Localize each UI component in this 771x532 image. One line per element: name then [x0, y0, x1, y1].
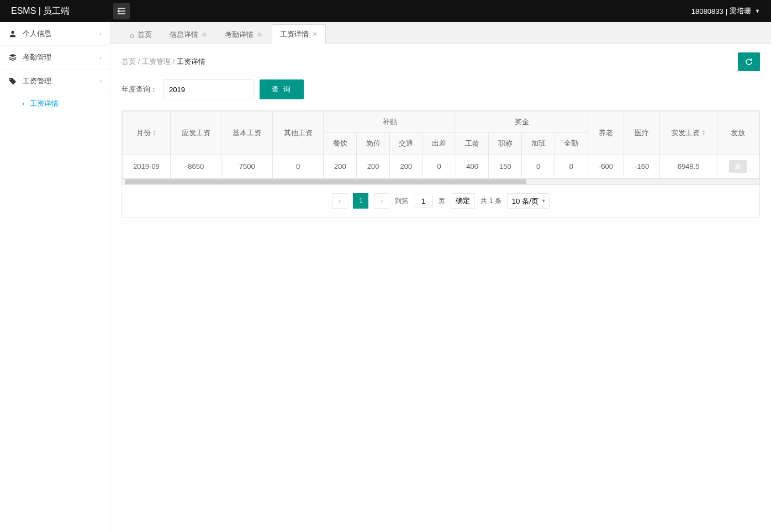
app-logo: ESMS | 员工端 — [11, 6, 70, 17]
goto-page-input[interactable] — [414, 194, 433, 208]
user-name: 梁培珊 — [730, 6, 751, 16]
scrollbar-thumb[interactable] — [125, 179, 526, 184]
goto-confirm-button[interactable]: 确定 — [451, 193, 475, 209]
user-id: 18080833 — [691, 7, 724, 15]
breadcrumb-home[interactable]: 首页 — [122, 57, 136, 66]
sidebar-toggle-button[interactable] — [113, 3, 130, 19]
query-button[interactable]: 查 询 — [260, 79, 304, 99]
close-icon[interactable]: ✕ — [202, 31, 207, 39]
year-input[interactable] — [163, 79, 254, 99]
sidebar: 个人信息 ‹ 考勤管理 ‹ 工资管理 ‹ 工资详情 — [0, 22, 110, 532]
sidebar-label: 个人信息 — [23, 29, 51, 39]
sidebar-item-attendance[interactable]: 考勤管理 ‹ — [0, 46, 110, 70]
chevron-left-icon: ‹ — [99, 30, 102, 37]
tab-salary[interactable]: 工资详情 ✕ — [272, 24, 326, 44]
total-count: 共 1 条 — [480, 196, 501, 206]
close-icon[interactable]: ✕ — [312, 30, 318, 38]
svg-point-6 — [10, 79, 12, 80]
sidebar-label: 考勤管理 — [23, 52, 51, 62]
status-badge: 是 — [729, 160, 747, 173]
tab-info[interactable]: 信息详情 ✕ — [161, 25, 215, 44]
sidebar-item-salary[interactable]: 工资管理 ‹ — [0, 70, 110, 93]
person-icon — [8, 29, 17, 38]
goto-label: 到第 — [395, 196, 408, 206]
query-form: 年度查询： 查 询 — [122, 79, 760, 99]
page-1-button[interactable]: 1 — [353, 193, 368, 209]
main-area: ⌂ 首页 信息详情 ✕ 考勤详情 ✕ 工资详情 ✕ 首页 / 工资管理 / 工资… — [110, 22, 771, 532]
breadcrumb-current: 工资详情 — [177, 57, 205, 66]
refresh-icon — [744, 57, 753, 66]
sidebar-item-personal[interactable]: 个人信息 ‹ — [0, 22, 110, 46]
tab-attendance[interactable]: 考勤详情 ✕ — [216, 25, 271, 44]
user-menu[interactable]: 18080833 | 梁培珊 ▼ — [691, 6, 760, 16]
close-icon[interactable]: ✕ — [257, 31, 262, 39]
page-unit: 页 — [439, 196, 445, 206]
breadcrumb-mgmt[interactable]: 工资管理 — [142, 57, 171, 66]
pagination: ‹ 1 › 到第 页 确定 共 1 条 10 条/页 — [122, 185, 760, 217]
breadcrumb: 首页 / 工资管理 / 工资详情 — [122, 57, 205, 67]
svg-point-5 — [11, 31, 14, 34]
sort-icon[interactable]: ▲▼ — [152, 130, 157, 136]
sort-icon[interactable]: ▲▼ — [701, 130, 706, 136]
content-panel: 首页 / 工资管理 / 工资详情 年度查询： 查 询 月份▲▼ 应发工资 基 — [110, 44, 771, 532]
tab-bar: ⌂ 首页 信息详情 ✕ 考勤详情 ✕ 工资详情 ✕ — [110, 22, 771, 44]
home-icon: ⌂ — [130, 31, 134, 39]
page-size-select[interactable]: 10 条/页 — [507, 193, 550, 209]
layers-icon — [8, 53, 17, 62]
chevron-down-icon: ‹ — [97, 80, 104, 82]
prev-page-button[interactable]: ‹ — [332, 193, 347, 209]
query-label: 年度查询： — [122, 84, 157, 94]
dropdown-icon: ▼ — [755, 8, 760, 14]
horizontal-scrollbar[interactable] — [122, 179, 760, 185]
sidebar-label: 工资管理 — [23, 76, 51, 86]
sidebar-subitem-salary-detail[interactable]: 工资详情 — [0, 93, 110, 114]
tag-icon — [8, 77, 17, 86]
menu-icon — [118, 8, 125, 14]
next-page-button[interactable]: › — [374, 193, 389, 209]
refresh-button[interactable] — [738, 52, 760, 71]
chevron-left-icon: ‹ — [99, 54, 102, 61]
tab-home[interactable]: ⌂ 首页 — [122, 25, 160, 44]
table-row[interactable]: 2019-09 8650 7500 0 200 200 200 0 400 15… — [123, 155, 759, 179]
salary-table: 月份▲▼ 应发工资 基本工资 其他工资 补贴 奖金 养老 医疗 实发工资▲▼ 发… — [122, 110, 760, 179]
